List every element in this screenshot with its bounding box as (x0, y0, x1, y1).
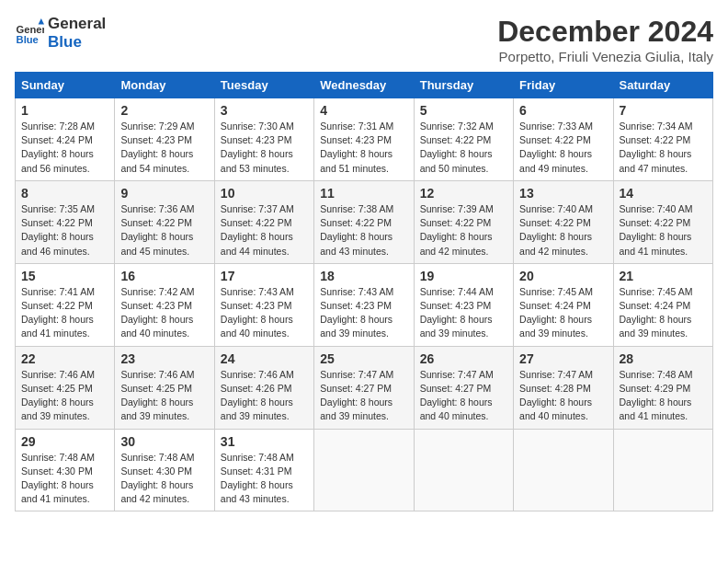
day-number: 13 (519, 186, 607, 201)
day-number: 8 (21, 186, 108, 201)
day-number: 11 (320, 186, 407, 201)
day-number: 24 (221, 351, 308, 366)
calendar-cell (514, 429, 613, 511)
day-info: Sunrise: 7:41 AMSunset: 4:22 PMDaylight:… (21, 285, 108, 341)
day-info: Sunrise: 7:46 AMSunset: 4:25 PMDaylight:… (120, 368, 208, 424)
svg-text:General: General (17, 24, 44, 35)
day-number: 6 (519, 103, 607, 118)
calendar-cell: 18Sunrise: 7:43 AMSunset: 4:23 PMDayligh… (314, 263, 414, 346)
calendar-cell: 4Sunrise: 7:31 AMSunset: 4:23 PMDaylight… (314, 98, 414, 181)
weekday-header-tuesday: Tuesday (214, 73, 313, 98)
day-number: 1 (21, 103, 108, 118)
day-info: Sunrise: 7:37 AMSunset: 4:22 PMDaylight:… (221, 202, 308, 259)
main-title: December 2024 (497, 15, 713, 49)
day-info: Sunrise: 7:39 AMSunset: 4:22 PMDaylight:… (420, 202, 507, 259)
day-number: 9 (120, 186, 208, 201)
day-info: Sunrise: 7:46 AMSunset: 4:26 PMDaylight:… (221, 368, 308, 424)
calendar-cell: 11Sunrise: 7:38 AMSunset: 4:22 PMDayligh… (314, 180, 414, 263)
calendar-cell: 1Sunrise: 7:28 AMSunset: 4:24 PMDaylight… (16, 98, 115, 181)
day-number: 14 (620, 186, 707, 201)
day-number: 26 (420, 351, 507, 366)
day-number: 12 (420, 186, 507, 201)
day-info: Sunrise: 7:34 AMSunset: 4:22 PMDaylight:… (620, 120, 707, 176)
day-info: Sunrise: 7:48 AMSunset: 4:30 PMDaylight:… (21, 451, 108, 507)
day-info: Sunrise: 7:46 AMSunset: 4:25 PMDaylight:… (21, 368, 108, 424)
calendar-cell: 14Sunrise: 7:40 AMSunset: 4:22 PMDayligh… (613, 180, 712, 263)
day-info: Sunrise: 7:40 AMSunset: 4:22 PMDaylight:… (620, 202, 707, 259)
weekday-header-monday: Monday (115, 73, 214, 98)
calendar-cell: 21Sunrise: 7:45 AMSunset: 4:24 PMDayligh… (613, 263, 712, 346)
calendar-cell: 2Sunrise: 7:29 AMSunset: 4:23 PMDaylight… (115, 98, 214, 181)
calendar-body: 1Sunrise: 7:28 AMSunset: 4:24 PMDaylight… (16, 98, 713, 511)
day-info: Sunrise: 7:43 AMSunset: 4:23 PMDaylight:… (320, 285, 407, 341)
day-number: 17 (221, 269, 308, 283)
day-number: 5 (420, 103, 507, 118)
day-number: 29 (21, 434, 108, 449)
calendar-cell (613, 429, 712, 511)
calendar-cell: 3Sunrise: 7:30 AMSunset: 4:23 PMDaylight… (214, 98, 313, 181)
calendar-cell: 20Sunrise: 7:45 AMSunset: 4:24 PMDayligh… (514, 263, 613, 346)
day-info: Sunrise: 7:38 AMSunset: 4:22 PMDaylight:… (320, 202, 407, 259)
svg-text:Blue: Blue (17, 35, 39, 46)
calendar-header-row: SundayMondayTuesdayWednesdayThursdayFrid… (16, 73, 713, 98)
weekday-header-wednesday: Wednesday (314, 73, 414, 98)
weekday-header-friday: Friday (514, 73, 613, 98)
calendar-cell: 6Sunrise: 7:33 AMSunset: 4:22 PMDaylight… (514, 98, 613, 181)
day-info: Sunrise: 7:47 AMSunset: 4:28 PMDaylight:… (519, 368, 607, 424)
day-number: 16 (120, 269, 208, 283)
day-info: Sunrise: 7:44 AMSunset: 4:23 PMDaylight:… (420, 285, 507, 341)
day-info: Sunrise: 7:32 AMSunset: 4:22 PMDaylight:… (420, 120, 507, 176)
day-number: 28 (620, 351, 707, 366)
logo-icon: General Blue (15, 18, 44, 48)
day-number: 19 (420, 269, 507, 283)
calendar-cell: 15Sunrise: 7:41 AMSunset: 4:22 PMDayligh… (16, 263, 115, 346)
day-number: 21 (620, 269, 707, 283)
day-number: 20 (519, 269, 607, 283)
day-info: Sunrise: 7:35 AMSunset: 4:22 PMDaylight:… (21, 202, 108, 259)
calendar-cell: 29Sunrise: 7:48 AMSunset: 4:30 PMDayligh… (16, 429, 115, 511)
calendar-cell: 30Sunrise: 7:48 AMSunset: 4:30 PMDayligh… (115, 429, 214, 511)
day-number: 2 (120, 103, 208, 118)
calendar-week-row: 1Sunrise: 7:28 AMSunset: 4:24 PMDaylight… (16, 98, 713, 181)
day-info: Sunrise: 7:36 AMSunset: 4:22 PMDaylight:… (120, 202, 208, 259)
calendar-cell: 9Sunrise: 7:36 AMSunset: 4:22 PMDaylight… (115, 180, 214, 263)
day-number: 4 (320, 103, 407, 118)
day-info: Sunrise: 7:47 AMSunset: 4:27 PMDaylight:… (320, 368, 407, 424)
day-number: 27 (519, 351, 607, 366)
calendar-week-row: 15Sunrise: 7:41 AMSunset: 4:22 PMDayligh… (16, 263, 713, 346)
calendar-cell: 5Sunrise: 7:32 AMSunset: 4:22 PMDaylight… (414, 98, 513, 181)
day-number: 18 (320, 269, 407, 283)
page-header: General Blue General Blue December 2024 … (15, 15, 713, 64)
day-number: 31 (221, 434, 308, 449)
calendar-cell: 22Sunrise: 7:46 AMSunset: 4:25 PMDayligh… (16, 346, 115, 429)
day-number: 3 (221, 103, 308, 118)
day-number: 10 (221, 186, 308, 201)
weekday-header-saturday: Saturday (613, 73, 712, 98)
calendar-cell: 31Sunrise: 7:48 AMSunset: 4:31 PMDayligh… (214, 429, 313, 511)
calendar-cell: 26Sunrise: 7:47 AMSunset: 4:27 PMDayligh… (414, 346, 513, 429)
calendar-cell (414, 429, 513, 511)
logo-line2: Blue (48, 33, 106, 52)
day-number: 30 (120, 434, 208, 449)
calendar-cell: 27Sunrise: 7:47 AMSunset: 4:28 PMDayligh… (514, 346, 613, 429)
weekday-header-sunday: Sunday (16, 73, 115, 98)
calendar-cell: 8Sunrise: 7:35 AMSunset: 4:22 PMDaylight… (16, 180, 115, 263)
calendar-cell (314, 429, 414, 511)
day-number: 7 (620, 103, 707, 118)
logo: General Blue General Blue (15, 15, 106, 52)
calendar-cell: 24Sunrise: 7:46 AMSunset: 4:26 PMDayligh… (214, 346, 313, 429)
day-info: Sunrise: 7:43 AMSunset: 4:23 PMDaylight:… (221, 285, 308, 341)
calendar-cell: 28Sunrise: 7:48 AMSunset: 4:29 PMDayligh… (613, 346, 712, 429)
day-info: Sunrise: 7:45 AMSunset: 4:24 PMDaylight:… (519, 285, 607, 341)
day-number: 22 (21, 351, 108, 366)
subtitle: Porpetto, Friuli Venezia Giulia, Italy (497, 49, 713, 64)
title-block: December 2024 Porpetto, Friuli Venezia G… (497, 15, 713, 64)
calendar-cell: 19Sunrise: 7:44 AMSunset: 4:23 PMDayligh… (414, 263, 513, 346)
svg-marker-2 (39, 18, 44, 24)
weekday-header-thursday: Thursday (414, 73, 513, 98)
day-info: Sunrise: 7:28 AMSunset: 4:24 PMDaylight:… (21, 120, 108, 176)
day-info: Sunrise: 7:29 AMSunset: 4:23 PMDaylight:… (120, 120, 208, 176)
logo-line1: General (48, 15, 106, 33)
day-info: Sunrise: 7:48 AMSunset: 4:30 PMDaylight:… (120, 451, 208, 507)
calendar-week-row: 29Sunrise: 7:48 AMSunset: 4:30 PMDayligh… (16, 429, 713, 511)
